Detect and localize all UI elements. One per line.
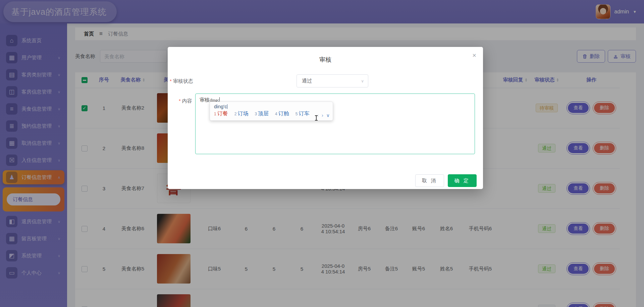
required-mark: * <box>179 98 181 104</box>
ime-candidate-text: 订餐 <box>217 111 228 116</box>
ime-controls: ‹ › ∨ <box>317 113 330 118</box>
modal-footer: 取 消 确 定 <box>168 174 483 187</box>
cancel-button[interactable]: 取 消 <box>415 174 444 187</box>
text-cursor <box>315 115 318 121</box>
ime-candidate-text: 订场 <box>237 111 248 116</box>
content-label-text: 内容 <box>182 98 192 104</box>
ime-candidate[interactable]: 2订场 <box>234 110 249 117</box>
ime-candidate-text: 订车 <box>299 111 309 116</box>
content-field-label: *内容 <box>179 98 192 104</box>
ime-candidate-index: 4 <box>275 112 277 116</box>
ime-candidate[interactable]: 1订餐 <box>214 110 228 117</box>
required-mark: * <box>170 78 172 84</box>
status-label-text: 审核状态 <box>173 78 193 84</box>
ime-candidate-index: 2 <box>234 112 237 116</box>
ime-expand-icon[interactable]: ∨ <box>326 113 330 118</box>
ime-candidate[interactable]: 5订车 <box>296 110 310 117</box>
status-select-value: 通过 <box>302 78 361 84</box>
chevron-down-icon: ∨ <box>361 79 364 83</box>
ime-candidate-index: 5 <box>296 112 298 116</box>
ime-candidate-index: 3 <box>255 112 257 116</box>
status-select[interactable]: 通过 ∨ <box>297 74 368 87</box>
ime-candidate-index: 1 <box>214 112 216 116</box>
ime-candidate-text: 顶层 <box>258 111 269 116</box>
ime-candidate[interactable]: 4订舱 <box>275 110 289 117</box>
ime-caret <box>227 104 227 109</box>
modal-title: 审核 <box>168 56 483 64</box>
ime-composition: ding'c <box>214 104 329 109</box>
ime-composition-text: ding'c <box>214 104 227 109</box>
status-field-label: *审核状态 <box>170 78 193 84</box>
confirm-button[interactable]: 确 定 <box>448 174 477 187</box>
content-text-cjk: 审核 <box>200 97 210 103</box>
close-icon[interactable]: × <box>472 52 476 59</box>
ime-candidate[interactable]: 3顶层 <box>255 110 269 117</box>
ime-next-icon[interactable]: › <box>322 113 323 118</box>
ime-candidates: 1订餐2订场3顶层4订舱5订车 <box>214 110 329 117</box>
ime-candidate-text: 订舱 <box>278 111 289 116</box>
